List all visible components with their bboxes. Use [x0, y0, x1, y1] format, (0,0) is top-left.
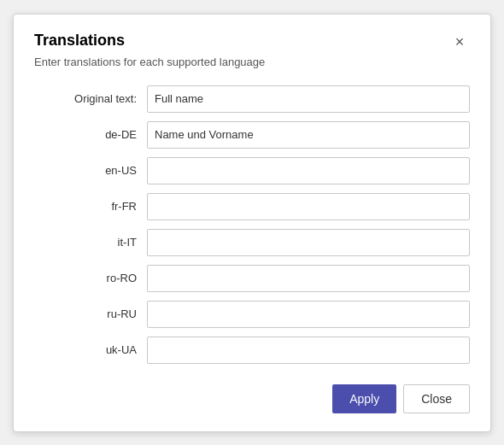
input-original-text[interactable] [147, 85, 470, 113]
form-label-en-us: en-US [34, 164, 137, 177]
input-de-de[interactable] [147, 121, 470, 149]
form-label-ru-ru: ru-RU [34, 307, 137, 320]
form-row: ro-RO [34, 265, 470, 292]
input-uk-ua[interactable] [147, 337, 470, 364]
form-row: de-DE [34, 121, 470, 149]
dialog-header: Translations × [34, 32, 470, 52]
form-label-uk-ua: uk-UA [34, 343, 137, 356]
dialog-footer: Apply Close [34, 384, 470, 413]
form-row: uk-UA [34, 337, 470, 364]
input-it-it[interactable] [147, 229, 470, 256]
dialog-title: Translations [34, 32, 125, 50]
input-ro-ro[interactable] [147, 265, 470, 292]
input-fr-fr[interactable] [147, 193, 470, 220]
form-row: en-US [34, 157, 470, 184]
form-label-ro-ro: ro-RO [34, 272, 137, 284]
apply-button[interactable]: Apply [332, 384, 396, 413]
form-label-de-de: de-DE [34, 128, 137, 141]
close-x-button[interactable]: × [449, 32, 470, 52]
form-area: Original text:de-DEen-USfr-FRit-ITro-ROr… [34, 85, 470, 364]
input-en-us[interactable] [147, 157, 470, 184]
input-ru-ru[interactable] [147, 301, 470, 328]
form-row: fr-FR [34, 193, 470, 220]
form-row: ru-RU [34, 301, 470, 328]
form-label-fr-fr: fr-FR [34, 200, 137, 213]
dialog-subtitle: Enter translations for each supported la… [34, 56, 470, 68]
form-row: it-IT [34, 229, 470, 256]
translations-dialog: Translations × Enter translations for ea… [13, 14, 491, 432]
close-button[interactable]: Close [403, 384, 470, 413]
form-row: Original text: [34, 85, 470, 113]
form-label-it-it: it-IT [34, 236, 137, 249]
form-label-original-text: Original text: [34, 92, 137, 105]
